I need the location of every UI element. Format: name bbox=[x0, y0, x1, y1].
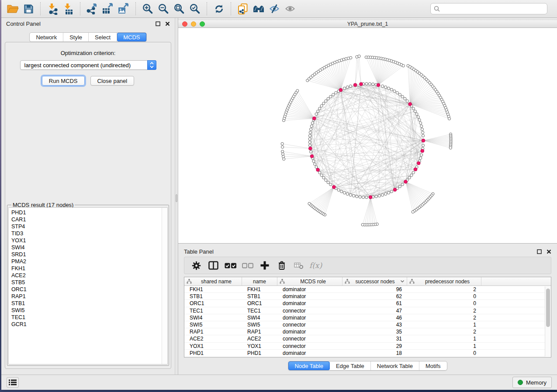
cell-successor_nodes[interactable]: 96 bbox=[343, 286, 407, 292]
optimization-criterion-select[interactable]: largest connected component (undirected) bbox=[20, 60, 156, 70]
window-close-icon[interactable] bbox=[182, 21, 187, 27]
cell-name[interactable]: FKH1 bbox=[242, 286, 277, 292]
table-row[interactable]: ORC1ORC1dominator610 bbox=[184, 300, 551, 307]
table-row[interactable]: SWI5SWI5connector431 bbox=[184, 321, 551, 328]
mcds-result-item[interactable]: RAP1 bbox=[11, 293, 162, 300]
table-scrollbar-thumb[interactable] bbox=[546, 289, 550, 327]
tab-node-table[interactable]: Node Table bbox=[288, 361, 330, 370]
first-neighbors-button[interactable] bbox=[251, 1, 266, 16]
column-header-name[interactable]: name bbox=[242, 277, 277, 285]
mcds-result-scrollbar[interactable] bbox=[162, 208, 167, 364]
show-all-button[interactable] bbox=[282, 1, 298, 16]
split-panel-button[interactable] bbox=[205, 259, 222, 272]
column-header-successor_nodes[interactable]: successor nodes bbox=[343, 277, 407, 285]
mcds-result-item[interactable]: TID3 bbox=[11, 230, 162, 237]
close-table-panel-icon[interactable] bbox=[547, 249, 551, 254]
close-panel-button[interactable]: Close panel bbox=[90, 76, 135, 86]
tab-select[interactable]: Select bbox=[89, 33, 117, 41]
cell-mcds_role[interactable]: connector bbox=[277, 307, 343, 314]
tab-mcds[interactable]: MCDS bbox=[117, 33, 146, 41]
cell-shared_name[interactable]: PHD1 bbox=[184, 350, 242, 356]
table-row[interactable]: PHD1PHD1dominator180 bbox=[184, 350, 551, 357]
mcds-result-item[interactable]: PMA2 bbox=[11, 258, 162, 265]
import-network-button[interactable] bbox=[45, 1, 60, 16]
column-header-shared_name[interactable]: shared name bbox=[184, 277, 242, 285]
cell-shared_name[interactable]: ORC1 bbox=[184, 300, 242, 306]
tab-motifs[interactable]: Motifs bbox=[419, 361, 447, 370]
search-input[interactable] bbox=[442, 6, 544, 12]
cell-mcds_role[interactable]: dominator bbox=[277, 350, 343, 356]
cell-mcds_role[interactable]: dominator bbox=[277, 314, 343, 321]
mcds-result-item[interactable]: PHD1 bbox=[11, 209, 162, 216]
cell-shared_name[interactable]: SWI4 bbox=[184, 314, 242, 321]
cell-name[interactable]: ORC1 bbox=[242, 300, 277, 306]
table-row[interactable]: ACE2ACE2connector311 bbox=[184, 335, 551, 342]
mcds-result-item[interactable]: ACE2 bbox=[11, 272, 162, 279]
cell-mcds_role[interactable]: dominator bbox=[277, 293, 343, 299]
cell-predecessor_nodes[interactable]: 0 bbox=[407, 350, 481, 356]
zoom-in-button[interactable] bbox=[140, 1, 156, 16]
window-maximize-icon[interactable] bbox=[200, 21, 205, 27]
table-row[interactable]: SWI4SWI4dominator462 bbox=[184, 314, 551, 321]
cell-predecessor_nodes[interactable]: 0 bbox=[407, 293, 481, 299]
table-row[interactable]: RAP1RAP1dominator352 bbox=[184, 328, 551, 335]
cell-name[interactable]: PHD1 bbox=[242, 350, 277, 356]
close-panel-icon[interactable] bbox=[165, 21, 170, 26]
mcds-result-item[interactable]: SRD1 bbox=[11, 251, 162, 258]
cell-name[interactable]: YOX1 bbox=[242, 343, 277, 349]
mcds-result-item[interactable]: FKH1 bbox=[11, 265, 162, 272]
mcds-result-item[interactable]: STP4 bbox=[11, 223, 162, 230]
float-panel-icon[interactable] bbox=[156, 21, 160, 26]
save-session-button[interactable] bbox=[21, 1, 36, 16]
zoom-out-button[interactable] bbox=[156, 1, 171, 16]
mcds-result-item[interactable]: CAR1 bbox=[11, 216, 162, 223]
clone-network-button[interactable] bbox=[235, 1, 251, 16]
table-settings-button[interactable] bbox=[188, 259, 205, 272]
column-header-predecessor_nodes[interactable]: predecessor nodes bbox=[407, 277, 481, 285]
delete-column-button[interactable] bbox=[273, 259, 290, 272]
mcds-result-item[interactable]: ORC1 bbox=[11, 286, 162, 293]
fit-content-button[interactable] bbox=[171, 1, 187, 16]
mcds-result-item[interactable]: YOX1 bbox=[11, 237, 162, 244]
cell-predecessor_nodes[interactable]: 2 bbox=[407, 307, 481, 314]
cell-shared_name[interactable]: YOX1 bbox=[184, 343, 242, 349]
mcds-result-item[interactable]: TEC1 bbox=[11, 314, 162, 321]
add-column-button[interactable] bbox=[256, 259, 273, 272]
cell-successor_nodes[interactable]: 43 bbox=[343, 321, 407, 328]
tab-style[interactable]: Style bbox=[63, 33, 89, 41]
mcds-result-item[interactable]: STB5 bbox=[11, 279, 162, 286]
table-row[interactable]: FKH1FKH1dominator962 bbox=[184, 286, 551, 293]
cell-shared_name[interactable]: STB1 bbox=[184, 293, 242, 299]
export-table-button[interactable] bbox=[100, 1, 116, 16]
cell-successor_nodes[interactable]: 18 bbox=[343, 350, 407, 356]
cell-shared_name[interactable]: TEC1 bbox=[184, 307, 242, 314]
refresh-button[interactable] bbox=[211, 1, 227, 16]
cell-predecessor_nodes[interactable]: 1 bbox=[407, 321, 481, 328]
tab-network-table[interactable]: Network Table bbox=[371, 361, 419, 370]
cell-shared_name[interactable]: ACE2 bbox=[184, 335, 242, 342]
cell-successor_nodes[interactable]: 46 bbox=[343, 314, 407, 321]
run-mcds-button[interactable]: Run MCDS bbox=[42, 76, 85, 86]
cell-predecessor_nodes[interactable]: 1 bbox=[407, 335, 481, 342]
cell-name[interactable]: TEC1 bbox=[242, 307, 277, 314]
cell-name[interactable]: SWI4 bbox=[242, 314, 277, 321]
select-all-button[interactable] bbox=[222, 259, 239, 272]
cell-mcds_role[interactable]: connector bbox=[277, 343, 343, 349]
tab-edge-table[interactable]: Edge Table bbox=[330, 361, 371, 370]
tab-network[interactable]: Network bbox=[30, 33, 63, 41]
cell-predecessor_nodes[interactable]: 2 bbox=[407, 328, 481, 335]
cell-predecessor_nodes[interactable]: 1 bbox=[407, 343, 481, 349]
cell-shared_name[interactable]: FKH1 bbox=[184, 286, 242, 292]
table-row[interactable]: YOX1YOX1connector291 bbox=[184, 343, 551, 350]
mcds-result-item[interactable]: GCR1 bbox=[11, 321, 162, 328]
mcds-result-item[interactable]: SWI5 bbox=[11, 307, 162, 314]
cell-predecessor_nodes[interactable]: 0 bbox=[407, 300, 481, 306]
cell-name[interactable]: SWI5 bbox=[242, 321, 277, 328]
table-row[interactable]: TEC1TEC1connector472 bbox=[184, 307, 551, 314]
open-session-button[interactable] bbox=[5, 1, 21, 16]
table-scrollbar[interactable] bbox=[545, 286, 551, 357]
cell-name[interactable]: STB1 bbox=[242, 293, 277, 299]
cell-name[interactable]: RAP1 bbox=[242, 328, 277, 335]
task-history-button[interactable] bbox=[7, 377, 19, 388]
cell-successor_nodes[interactable]: 29 bbox=[343, 343, 407, 349]
